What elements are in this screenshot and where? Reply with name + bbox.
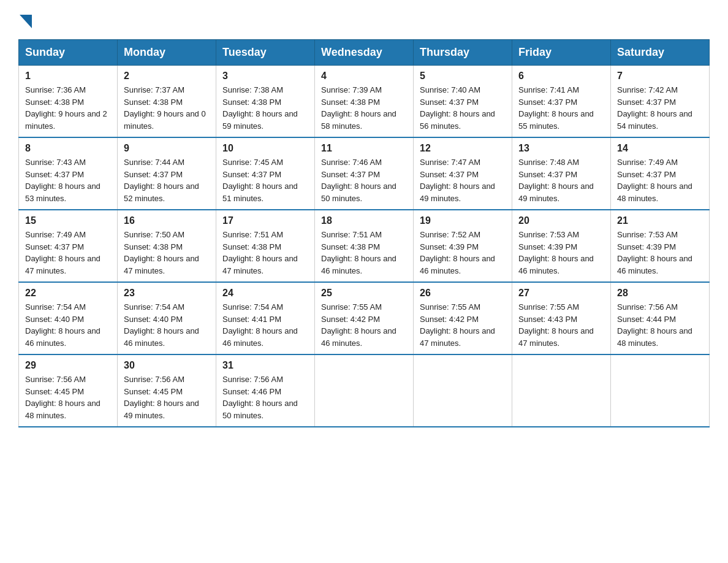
day-info: Sunrise: 7:37 AMSunset: 4:38 PMDaylight:… [124, 85, 206, 131]
day-info: Sunrise: 7:51 AMSunset: 4:38 PMDaylight:… [222, 230, 298, 275]
day-number: 28 [617, 288, 703, 299]
calendar-cell: 24 Sunrise: 7:54 AMSunset: 4:41 PMDaylig… [216, 282, 315, 354]
calendar-week-row: 1 Sunrise: 7:36 AMSunset: 4:38 PMDayligh… [19, 66, 710, 138]
logo-line1 [18, 12, 32, 28]
calendar-cell: 10 Sunrise: 7:45 AMSunset: 4:37 PMDaylig… [216, 137, 315, 210]
calendar-week-row: 8 Sunrise: 7:43 AMSunset: 4:37 PMDayligh… [19, 137, 710, 210]
day-info: Sunrise: 7:44 AMSunset: 4:37 PMDaylight:… [124, 158, 199, 203]
calendar-cell: 19 Sunrise: 7:52 AMSunset: 4:39 PMDaylig… [414, 210, 512, 282]
day-info: Sunrise: 7:43 AMSunset: 4:37 PMDaylight:… [25, 158, 100, 203]
calendar-cell [414, 354, 512, 427]
day-info: Sunrise: 7:55 AMSunset: 4:42 PMDaylight:… [420, 302, 495, 348]
day-number: 27 [518, 288, 604, 299]
day-number: 19 [420, 215, 506, 226]
day-info: Sunrise: 7:49 AMSunset: 4:37 PMDaylight:… [617, 158, 692, 203]
day-info: Sunrise: 7:42 AMSunset: 4:37 PMDaylight:… [617, 85, 692, 131]
day-number: 1 [25, 71, 111, 82]
calendar-cell: 4 Sunrise: 7:39 AMSunset: 4:38 PMDayligh… [315, 66, 414, 138]
day-info: Sunrise: 7:52 AMSunset: 4:39 PMDaylight:… [420, 230, 495, 275]
day-info: Sunrise: 7:53 AMSunset: 4:39 PMDaylight:… [518, 230, 594, 275]
day-info: Sunrise: 7:56 AMSunset: 4:45 PMDaylight:… [124, 375, 199, 420]
day-number: 4 [321, 71, 407, 82]
day-number: 6 [518, 71, 604, 82]
calendar-cell: 7 Sunrise: 7:42 AMSunset: 4:37 PMDayligh… [611, 66, 710, 138]
day-number: 18 [321, 215, 407, 226]
day-number: 14 [617, 143, 703, 154]
day-number: 29 [25, 360, 111, 371]
header-thursday: Thursday [414, 40, 512, 66]
calendar-cell: 31 Sunrise: 7:56 AMSunset: 4:46 PMDaylig… [216, 354, 315, 427]
calendar-cell: 22 Sunrise: 7:54 AMSunset: 4:40 PMDaylig… [19, 282, 118, 354]
calendar-cell: 9 Sunrise: 7:44 AMSunset: 4:37 PMDayligh… [118, 137, 216, 210]
calendar-cell: 18 Sunrise: 7:51 AMSunset: 4:38 PMDaylig… [315, 210, 414, 282]
day-info: Sunrise: 7:38 AMSunset: 4:38 PMDaylight:… [222, 85, 298, 131]
calendar-cell: 2 Sunrise: 7:37 AMSunset: 4:38 PMDayligh… [118, 66, 216, 138]
day-number: 26 [420, 288, 506, 299]
header-saturday: Saturday [611, 40, 710, 66]
header-friday: Friday [512, 40, 611, 66]
calendar-cell: 17 Sunrise: 7:51 AMSunset: 4:38 PMDaylig… [216, 210, 315, 282]
day-number: 9 [124, 143, 210, 154]
day-info: Sunrise: 7:56 AMSunset: 4:46 PMDaylight:… [222, 375, 298, 420]
day-info: Sunrise: 7:54 AMSunset: 4:40 PMDaylight:… [25, 302, 100, 348]
calendar-cell: 11 Sunrise: 7:46 AMSunset: 4:37 PMDaylig… [315, 137, 414, 210]
day-number: 8 [25, 143, 111, 154]
calendar-week-row: 29 Sunrise: 7:56 AMSunset: 4:45 PMDaylig… [19, 354, 710, 427]
header-tuesday: Tuesday [216, 40, 315, 66]
calendar-cell: 28 Sunrise: 7:56 AMSunset: 4:44 PMDaylig… [611, 282, 710, 354]
calendar-cell: 1 Sunrise: 7:36 AMSunset: 4:38 PMDayligh… [19, 66, 118, 138]
day-number: 25 [321, 288, 407, 299]
calendar-cell: 21 Sunrise: 7:53 AMSunset: 4:39 PMDaylig… [611, 210, 710, 282]
calendar-cell [611, 354, 710, 427]
calendar-week-row: 15 Sunrise: 7:49 AMSunset: 4:37 PMDaylig… [19, 210, 710, 282]
day-number: 21 [617, 215, 703, 226]
calendar-cell: 29 Sunrise: 7:56 AMSunset: 4:45 PMDaylig… [19, 354, 118, 427]
day-info: Sunrise: 7:54 AMSunset: 4:40 PMDaylight:… [124, 302, 199, 348]
day-number: 20 [518, 215, 604, 226]
day-info: Sunrise: 7:36 AMSunset: 4:38 PMDaylight:… [25, 85, 107, 131]
day-info: Sunrise: 7:55 AMSunset: 4:43 PMDaylight:… [518, 302, 594, 348]
calendar-cell: 13 Sunrise: 7:48 AMSunset: 4:37 PMDaylig… [512, 137, 611, 210]
header-monday: Monday [118, 40, 216, 66]
day-number: 7 [617, 71, 703, 82]
calendar-cell: 30 Sunrise: 7:56 AMSunset: 4:45 PMDaylig… [118, 354, 216, 427]
page-header [18, 12, 710, 28]
day-number: 22 [25, 288, 111, 299]
svg-marker-0 [20, 15, 32, 28]
calendar-cell: 26 Sunrise: 7:55 AMSunset: 4:42 PMDaylig… [414, 282, 512, 354]
day-number: 11 [321, 143, 407, 154]
day-number: 10 [222, 143, 308, 154]
day-info: Sunrise: 7:39 AMSunset: 4:38 PMDaylight:… [321, 85, 396, 131]
day-info: Sunrise: 7:41 AMSunset: 4:37 PMDaylight:… [518, 85, 594, 131]
calendar-cell: 25 Sunrise: 7:55 AMSunset: 4:42 PMDaylig… [315, 282, 414, 354]
calendar-cell: 15 Sunrise: 7:49 AMSunset: 4:37 PMDaylig… [19, 210, 118, 282]
day-number: 5 [420, 71, 506, 82]
day-info: Sunrise: 7:45 AMSunset: 4:37 PMDaylight:… [222, 158, 298, 203]
day-number: 31 [222, 360, 308, 371]
day-number: 3 [222, 71, 308, 82]
day-number: 16 [124, 215, 210, 226]
day-number: 30 [124, 360, 210, 371]
calendar-cell [512, 354, 611, 427]
calendar-cell: 8 Sunrise: 7:43 AMSunset: 4:37 PMDayligh… [19, 137, 118, 210]
calendar-cell: 6 Sunrise: 7:41 AMSunset: 4:37 PMDayligh… [512, 66, 611, 138]
header-sunday: Sunday [19, 40, 118, 66]
logo-arrow-icon [20, 15, 32, 28]
calendar-cell: 3 Sunrise: 7:38 AMSunset: 4:38 PMDayligh… [216, 66, 315, 138]
day-info: Sunrise: 7:46 AMSunset: 4:37 PMDaylight:… [321, 158, 396, 203]
calendar-cell: 27 Sunrise: 7:55 AMSunset: 4:43 PMDaylig… [512, 282, 611, 354]
calendar-cell: 12 Sunrise: 7:47 AMSunset: 4:37 PMDaylig… [414, 137, 512, 210]
header-wednesday: Wednesday [315, 40, 414, 66]
day-number: 23 [124, 288, 210, 299]
calendar-table: SundayMondayTuesdayWednesdayThursdayFrid… [18, 39, 710, 427]
day-info: Sunrise: 7:50 AMSunset: 4:38 PMDaylight:… [124, 230, 199, 275]
day-info: Sunrise: 7:55 AMSunset: 4:42 PMDaylight:… [321, 302, 396, 348]
day-info: Sunrise: 7:51 AMSunset: 4:38 PMDaylight:… [321, 230, 396, 275]
day-info: Sunrise: 7:53 AMSunset: 4:39 PMDaylight:… [617, 230, 692, 275]
calendar-week-row: 22 Sunrise: 7:54 AMSunset: 4:40 PMDaylig… [19, 282, 710, 354]
day-info: Sunrise: 7:49 AMSunset: 4:37 PMDaylight:… [25, 230, 100, 275]
calendar-cell: 20 Sunrise: 7:53 AMSunset: 4:39 PMDaylig… [512, 210, 611, 282]
day-number: 2 [124, 71, 210, 82]
day-number: 15 [25, 215, 111, 226]
day-info: Sunrise: 7:56 AMSunset: 4:44 PMDaylight:… [617, 302, 692, 348]
